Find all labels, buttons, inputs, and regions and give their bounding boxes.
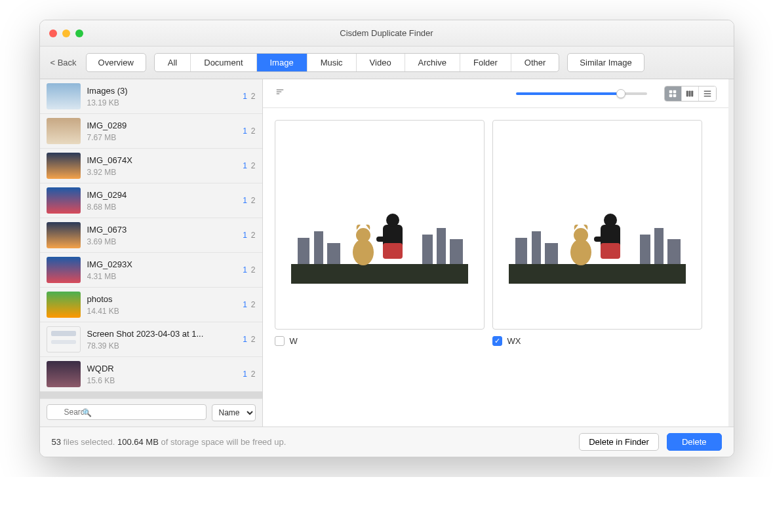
file-size: 3.92 MB xyxy=(87,168,237,177)
sidebar-bottom: 🔍 Name xyxy=(40,398,262,427)
file-size: 3.69 MB xyxy=(87,237,237,246)
minimize-icon[interactable] xyxy=(62,29,70,37)
zoom-slider-knob[interactable] xyxy=(616,89,625,98)
file-list: Images (3)13.19 KB12IMG_02897.67 MB12IMG… xyxy=(40,79,262,398)
thumbnail xyxy=(47,153,81,179)
app-window: Cisdem Duplicate Finder < Back Overview … xyxy=(39,20,734,457)
view-columns-button[interactable] xyxy=(682,86,699,101)
preview-toolbar xyxy=(263,79,728,108)
file-name: Screen Shot 2023-04-03 at 1... xyxy=(87,329,237,339)
preview-label: W xyxy=(290,336,298,346)
sort-select[interactable]: Name xyxy=(212,404,256,421)
content-body: Images (3)13.19 KB12IMG_02897.67 MB12IMG… xyxy=(40,79,734,427)
selected-count: 53 xyxy=(52,437,61,447)
select-checkbox[interactable] xyxy=(275,336,285,346)
file-size: 4.31 MB xyxy=(87,272,237,281)
thumbnail xyxy=(47,187,81,214)
zoom-slider[interactable] xyxy=(516,92,647,95)
zoom-slider-container xyxy=(296,92,647,95)
select-checkbox[interactable]: ✓ xyxy=(492,336,502,346)
tab-other[interactable]: Other xyxy=(511,54,559,71)
delete-in-finder-button[interactable]: Delete in Finder xyxy=(579,433,659,451)
status-text: 53 files selected. 100.64 MB of storage … xyxy=(52,437,572,447)
file-name: W xyxy=(87,398,228,399)
sort-icon[interactable] xyxy=(275,88,285,98)
file-name: IMG_0673 xyxy=(87,225,237,235)
thumbnail xyxy=(47,396,81,398)
thumbnail xyxy=(47,222,81,248)
thumbnail xyxy=(47,118,81,144)
view-mode-segmented xyxy=(664,86,717,102)
file-size: 13.19 KB xyxy=(87,98,237,107)
list-item[interactable]: Images (3)13.19 KB12 xyxy=(40,79,262,114)
view-grid-button[interactable] xyxy=(665,86,682,101)
count-badge: 12 xyxy=(243,300,255,309)
count-badge: 12 xyxy=(243,370,255,379)
delete-button[interactable]: Delete xyxy=(667,433,722,451)
freed-size: 100.64 MB xyxy=(117,437,159,447)
list-item[interactable]: IMG_06733.69 MB12 xyxy=(40,218,262,253)
preview-image[interactable] xyxy=(492,120,702,330)
file-size: 15.6 KB xyxy=(87,376,237,385)
thumbnail xyxy=(47,361,81,387)
window-title: Cisdem Duplicate Finder xyxy=(40,28,734,38)
zoom-icon[interactable] xyxy=(75,29,83,37)
file-size: 78.39 KB xyxy=(87,341,237,351)
footer: 53 files selected. 100.64 MB of storage … xyxy=(40,427,734,457)
file-name: IMG_0293X xyxy=(87,259,237,269)
list-item[interactable]: IMG_02948.68 MB12 xyxy=(40,183,262,218)
preview-card: W xyxy=(275,120,485,346)
preview-panel: W✓WX xyxy=(263,79,728,427)
file-size: 14.41 KB xyxy=(87,307,237,316)
preview-image[interactable] xyxy=(275,120,485,330)
preview-card: ✓WX xyxy=(492,120,702,346)
traffic-lights xyxy=(49,29,83,37)
file-name: photos xyxy=(87,294,237,304)
overview-button[interactable]: Overview xyxy=(86,53,146,72)
tab-image[interactable]: Image xyxy=(257,54,307,71)
close-icon[interactable] xyxy=(49,29,57,37)
tab-archive[interactable]: Archive xyxy=(405,54,460,71)
list-item[interactable]: IMG_0293X4.31 MB12 xyxy=(40,253,262,288)
search-input[interactable] xyxy=(47,404,207,420)
file-size: 7.67 MB xyxy=(87,133,237,142)
list-item[interactable]: WQDR15.6 KB12 xyxy=(40,357,262,392)
count-badge: 12 xyxy=(243,126,255,136)
tab-folder[interactable]: Folder xyxy=(460,54,511,71)
thumbnail xyxy=(47,326,81,352)
scrollbar-track[interactable] xyxy=(728,79,734,427)
count-badge: 12 xyxy=(243,231,255,240)
tab-all[interactable]: All xyxy=(155,54,191,71)
list-item[interactable]: IMG_02897.67 MB12 xyxy=(40,114,262,149)
thumbnail xyxy=(47,83,81,109)
back-button[interactable]: < Back xyxy=(49,55,78,70)
count-badge: 12 xyxy=(243,92,255,101)
file-name: Images (3) xyxy=(87,86,237,96)
sidebar: Images (3)13.19 KB12IMG_02897.67 MB12IMG… xyxy=(40,79,263,427)
category-tabs: AllDocumentImageMusicVideoArchiveFolderO… xyxy=(154,53,560,72)
count-badge: 12 xyxy=(243,161,255,170)
list-item[interactable]: IMG_0674X3.92 MB12 xyxy=(40,149,262,183)
list-item[interactable]: Screen Shot 2023-04-03 at 1...78.39 KB12 xyxy=(40,322,262,357)
tab-music[interactable]: Music xyxy=(307,54,357,71)
similar-image-button[interactable]: Similar Image xyxy=(567,53,644,72)
preview-label: WX xyxy=(507,336,521,346)
count-badge: 12 xyxy=(243,265,255,275)
tab-video[interactable]: Video xyxy=(357,54,405,71)
list-item[interactable]: W12.43 KB12 xyxy=(40,392,262,398)
titlebar: Cisdem Duplicate Finder xyxy=(40,20,734,47)
tab-document[interactable]: Document xyxy=(191,54,256,71)
file-name: IMG_0294 xyxy=(87,190,237,200)
file-name: IMG_0289 xyxy=(87,121,237,130)
list-item[interactable]: photos14.41 KB12 xyxy=(40,288,262,322)
file-name: IMG_0674X xyxy=(87,155,237,165)
count-badge: 12 xyxy=(243,335,255,344)
file-name: WQDR xyxy=(87,364,237,373)
toolbar: < Back Overview AllDocumentImageMusicVid… xyxy=(40,47,734,79)
search-field[interactable]: 🔍 xyxy=(47,404,207,421)
count-badge: 12 xyxy=(243,196,255,205)
thumbnail xyxy=(47,257,81,283)
thumbnail xyxy=(47,292,81,318)
view-list-button[interactable] xyxy=(699,86,716,101)
file-size: 8.68 MB xyxy=(87,202,237,212)
